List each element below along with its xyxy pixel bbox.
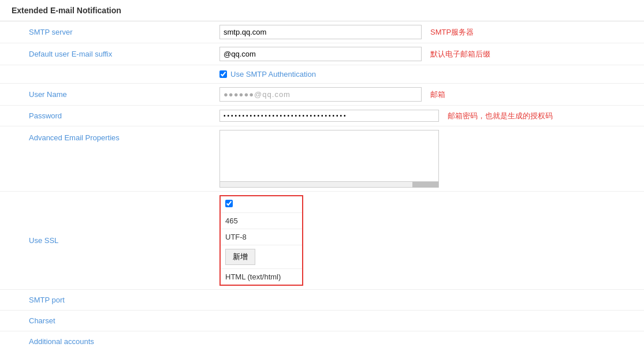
r9-value (214, 311, 644, 331)
user-name-input-2[interactable] (219, 87, 422, 102)
add-btn-cell: 新增 (220, 245, 303, 269)
scrollbar-indicator[interactable] (219, 182, 439, 188)
ssl-checkbox[interactable] (225, 200, 233, 207)
user-name-ann: 邮箱 (430, 89, 445, 100)
r3-value: Use SMTP Authentication (214, 65, 644, 84)
r8-label: SMTP port (0, 290, 214, 311)
content-type-inner: HTML (text/html) (220, 269, 303, 286)
use-ssl-label-2: Use SSL (29, 236, 58, 245)
default-suffix-input-2[interactable] (219, 47, 422, 61)
ssl-checkbox-cell (220, 196, 303, 213)
form-body: SMTP server SMTP服务器 Default user E-mail … (0, 21, 644, 351)
r2-label: Default user E-mail suffix (0, 43, 214, 65)
password-ann: 邮箱密码，也就是生成的授权码 (448, 111, 553, 121)
r10-value (214, 331, 644, 351)
password-input-2[interactable] (219, 110, 439, 122)
smtp-port-label-2: SMTP port (29, 296, 65, 304)
r7-value: 465 UTF-8 新增 HTML (text/html) (214, 192, 644, 290)
use-smtp-auth-checkbox-2[interactable] (219, 70, 227, 78)
charset-value-span: UTF-8 (225, 233, 247, 241)
advanced-label-2: Advanced Email Properties (29, 133, 120, 142)
r5-label: Password (0, 106, 214, 126)
advanced-textarea-2[interactable] (219, 130, 439, 182)
add-btn-inner: 新增 (220, 245, 303, 269)
r7-label: Use SSL (0, 192, 214, 290)
use-smtp-auth-label-2: Use SMTP Authentication (230, 70, 316, 79)
user-name-label-2: User Name (29, 90, 67, 99)
r10-label: Additional accounts (0, 331, 214, 351)
port-inner: 465 (220, 213, 303, 229)
r1-label: SMTP server (0, 21, 214, 43)
highlighted-box: 465 UTF-8 新增 HTML (text/html) (219, 195, 303, 286)
charset-inner: UTF-8 (220, 229, 303, 245)
scrollbar-thumb[interactable] (412, 182, 438, 188)
additional-accounts-label-2: Additional accounts (29, 337, 94, 346)
smtp-server-input-2[interactable] (219, 25, 422, 39)
r4-label: User Name (0, 84, 214, 106)
r4-value: 邮箱 (214, 84, 644, 106)
charset-label-2: Charset (29, 316, 55, 325)
password-label-2: Password (29, 111, 62, 120)
r9-label: Charset (0, 311, 214, 331)
r2-value: 默认电子邮箱后缀 (214, 43, 644, 65)
r6-value (214, 126, 644, 192)
content-type-span: HTML (text/html) (225, 272, 281, 281)
r6-label: Advanced Email Properties (0, 126, 214, 192)
smtp-server-label-2: SMTP server (29, 28, 73, 36)
add-btn[interactable]: 新增 (225, 249, 255, 265)
default-suffix-label-2: Default user E-mail suffix (29, 50, 112, 58)
default-suffix-ann: 默认电子邮箱后缀 (430, 49, 490, 59)
port-value-cell: 465 (220, 213, 303, 229)
port-value-span: 465 (225, 216, 238, 225)
section-title-2: Extended E-mail Notification (0, 0, 644, 21)
r5-value: 邮箱密码，也就是生成的授权码 (214, 106, 644, 126)
r1-value: SMTP服务器 (214, 21, 644, 43)
charset-value-cell-2: UTF-8 (220, 229, 303, 245)
smtp-server-ann: SMTP服务器 (430, 27, 474, 38)
ssl-inner (220, 196, 303, 213)
content-type-cell: HTML (text/html) (220, 269, 303, 286)
r8-value (214, 290, 644, 311)
r3-label (0, 65, 214, 84)
